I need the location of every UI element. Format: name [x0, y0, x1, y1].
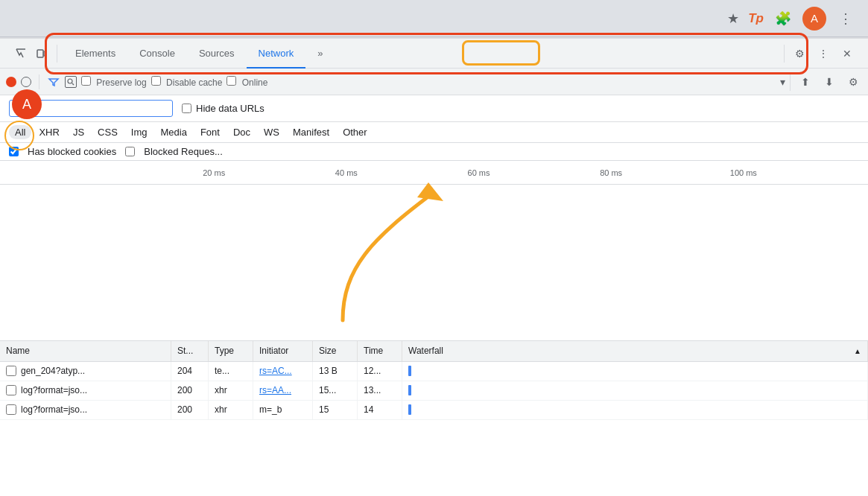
export-icon[interactable]: ⬇ — [820, 73, 838, 91]
tab-more[interactable]: » — [305, 39, 335, 69]
svg-point-2 — [68, 79, 72, 83]
network-settings-icon[interactable]: ⚙ — [844, 73, 862, 91]
td-size-1: 13 B — [313, 362, 358, 381]
timeline-mark-20ms: 20 ms — [203, 168, 225, 177]
tab-console[interactable]: Console — [127, 39, 187, 69]
network-subtoolbar: Preserve log Disable cache Online ▾ ⬆ ⬇ … — [0, 69, 868, 95]
type-filter-bar: All XHR JS CSS Img Media Font Doc WS Man… — [0, 122, 868, 143]
divider — [39, 74, 39, 89]
waterfall-bar-1 — [408, 366, 411, 376]
tab-sources[interactable]: Sources — [187, 39, 247, 69]
td-waterfall-1 — [402, 362, 868, 381]
type-filter-other[interactable]: Other — [337, 125, 373, 139]
td-initiator-2: rs=AA... — [253, 381, 313, 400]
import-icon[interactable]: ⬆ — [796, 73, 814, 91]
subtoolbar-right-icons: ⬆ ⬇ ⚙ — [790, 73, 862, 91]
td-status-1: 204 — [171, 362, 209, 381]
type-filter-img[interactable]: Img — [125, 125, 153, 139]
devtools-tabs: Elements Console Sources Network » — [63, 39, 784, 68]
th-name[interactable]: Name — [0, 341, 171, 361]
tp-badge: Tp — [748, 11, 764, 26]
type-filter-ws[interactable]: WS — [258, 125, 285, 139]
blocked-requests-checkbox[interactable] — [125, 147, 135, 156]
row-checkbox-2[interactable] — [6, 385, 16, 395]
filter-bar: Hide data URLs — [0, 95, 868, 122]
filter-icon[interactable] — [47, 75, 60, 89]
settings-icon[interactable]: ⚙ — [791, 45, 808, 63]
initiator-text-3: m=_b — [259, 404, 282, 415]
svg-rect-0 — [37, 50, 43, 57]
tab-network[interactable]: Network — [247, 39, 306, 69]
td-initiator-3: m=_b — [253, 401, 313, 419]
devtools-panel: Elements Console Sources Network » ⚙ ⋮ ✕ — [0, 37, 868, 496]
devtools-right-icons: ⚙ ⋮ ✕ — [784, 45, 862, 63]
row-checkbox-1[interactable] — [6, 366, 16, 376]
preserve-log-label[interactable]: Preserve log — [81, 76, 147, 88]
timeline-area: 20 ms 40 ms 60 ms 80 ms 100 ms — [0, 161, 868, 185]
svg-line-3 — [72, 83, 74, 85]
td-status-2: 200 — [171, 381, 209, 400]
devtools-toolbar: Elements Console Sources Network » ⚙ ⋮ ✕ — [0, 39, 868, 69]
hide-data-urls-checkbox[interactable] — [182, 104, 191, 113]
has-blocked-cookies-label: Has blocked cookies — [28, 146, 116, 157]
device-toolbar-icon[interactable] — [33, 45, 51, 63]
th-type[interactable]: Type — [209, 341, 253, 361]
tab-elements[interactable]: Elements — [63, 39, 127, 69]
table-row: log?format=jso... 200 xhr rs=AA... 15...… — [0, 381, 868, 401]
record-button[interactable] — [6, 77, 16, 87]
offline-label[interactable]: Online — [226, 76, 267, 88]
cookies-bar: Has blocked cookies Blocked Reques... — [0, 143, 868, 161]
timeline-markers: 20 ms 40 ms 60 ms 80 ms 100 ms — [89, 161, 868, 184]
td-time-1: 12... — [358, 362, 402, 381]
waterfall-bar-3 — [408, 404, 411, 415]
td-type-3: xhr — [209, 401, 253, 419]
close-devtools-icon[interactable]: ✕ — [838, 45, 856, 63]
td-time-2: 13... — [358, 381, 402, 400]
td-name-2: log?format=jso... — [0, 381, 171, 400]
td-size-2: 15... — [313, 381, 358, 400]
td-initiator-1: rs=AC... — [253, 362, 313, 381]
menu-dots-icon[interactable]: ⋮ — [835, 8, 856, 29]
hide-data-urls-label: Hide data URLs — [196, 103, 264, 114]
table-row: gen_204?atyp... 204 te... rs=AC... 13 B … — [0, 362, 868, 381]
disable-cache-label[interactable]: Disable cache — [151, 76, 223, 88]
initiator-link-2[interactable]: rs=AA... — [259, 385, 291, 395]
clear-button[interactable] — [21, 77, 31, 87]
table-header: Name St... Type Initiator Size Time Wate… — [0, 341, 868, 362]
avatar[interactable]: A — [12, 89, 42, 119]
type-filter-xhr[interactable]: XHR — [33, 125, 65, 139]
user-avatar[interactable]: A — [802, 7, 826, 31]
type-filter-js[interactable]: JS — [67, 125, 90, 139]
th-time[interactable]: Time — [358, 341, 402, 361]
bookmark-icon[interactable]: ★ — [727, 10, 739, 27]
th-status[interactable]: St... — [171, 341, 209, 361]
type-filter-font[interactable]: Font — [194, 125, 226, 139]
inspect-element-icon[interactable] — [12, 45, 30, 63]
type-filter-manifest[interactable]: Manifest — [287, 125, 335, 139]
row-name-2: log?format=jso... — [21, 385, 87, 395]
puzzle-icon[interactable]: 🧩 — [773, 8, 793, 29]
timeline-mark-80ms: 80 ms — [600, 168, 622, 177]
throttle-dropdown[interactable]: ▾ — [780, 76, 785, 88]
timeline-mark-40ms: 40 ms — [335, 168, 358, 177]
all-btn-wrap: All — [9, 125, 31, 139]
type-filter-doc[interactable]: Doc — [227, 125, 256, 139]
hide-data-urls-group: Hide data URLs — [182, 103, 264, 114]
has-blocked-cookies-checkbox[interactable] — [9, 147, 19, 156]
waterfall-empty-area — [0, 185, 868, 341]
td-type-2: xhr — [209, 381, 253, 400]
more-options-icon[interactable]: ⋮ — [814, 45, 832, 63]
td-time-3: 14 — [358, 401, 402, 419]
search-icon[interactable] — [65, 76, 77, 88]
row-checkbox-3[interactable] — [6, 404, 16, 415]
type-filter-css[interactable]: CSS — [92, 125, 124, 139]
th-initiator[interactable]: Initiator — [253, 341, 313, 361]
network-table: Name St... Type Initiator Size Time Wate… — [0, 341, 868, 497]
th-waterfall[interactable]: Waterfall ▲ — [402, 341, 868, 361]
type-filter-all[interactable]: All — [9, 125, 31, 139]
type-filter-media[interactable]: Media — [154, 125, 192, 139]
initiator-link-1[interactable]: rs=AC... — [259, 366, 292, 376]
waterfall-bar-2 — [408, 385, 411, 395]
td-waterfall-2 — [402, 381, 868, 400]
th-size[interactable]: Size — [313, 341, 358, 361]
